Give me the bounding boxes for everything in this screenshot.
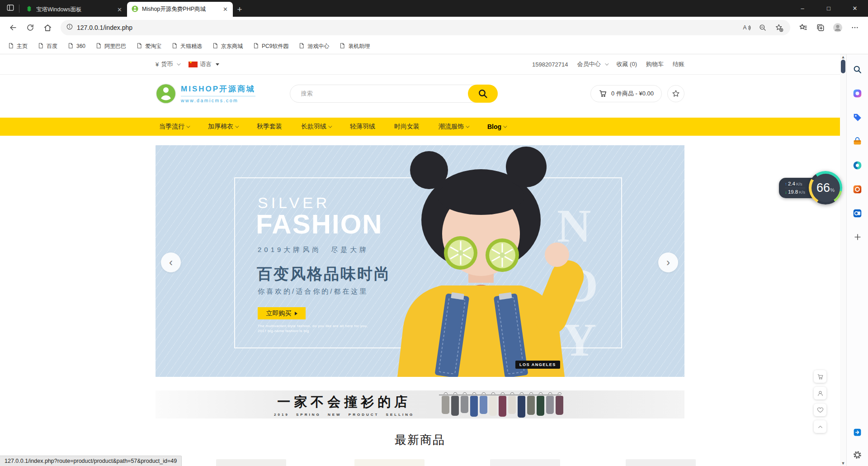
shop-logo[interactable]: MISHOP开源商城 www.damicms.com: [156, 83, 255, 104]
add-favorite-icon[interactable]: [771, 20, 787, 35]
sidebar-open-panel-button[interactable]: [852, 426, 863, 438]
sidebar-shopping-button[interactable]: [852, 111, 863, 123]
cart-link[interactable]: 购物车: [646, 60, 664, 68]
nav-item-label: 轻薄羽绒: [350, 123, 375, 131]
nav-item[interactable]: 当季流行: [159, 123, 189, 131]
search-input[interactable]: [290, 85, 498, 103]
site-info-icon[interactable]: [66, 23, 73, 32]
strip-subtitle: 2019 SPRING NEW PRODUCT SELLING: [274, 413, 414, 417]
search-button[interactable]: [468, 85, 498, 103]
bookmark-item[interactable]: 爱淘宝: [132, 41, 165, 52]
product-card[interactable]: [216, 459, 286, 466]
close-button[interactable]: ✕: [842, 0, 868, 17]
new-tab-button[interactable]: +: [233, 2, 246, 17]
back-to-top-button[interactable]: [814, 420, 826, 433]
wishlist-link[interactable]: 收藏 (0): [617, 60, 637, 68]
quick-wishlist-button[interactable]: [814, 404, 826, 416]
quick-cart-button[interactable]: [814, 370, 826, 383]
bookmark-item[interactable]: 主页: [4, 41, 32, 52]
bookmark-item[interactable]: 360: [63, 41, 90, 52]
web-page: ¥ 货币 语言 15982072714 会员中心: [0, 54, 840, 466]
tab-close-icon[interactable]: ✕: [116, 6, 123, 13]
cart-icon: [599, 89, 607, 98]
copilot-icon: [853, 89, 862, 98]
carousel-prev-button[interactable]: ‹: [161, 252, 181, 272]
product-card[interactable]: [626, 459, 696, 466]
address-bar[interactable]: 127.0.0.1/index.php A: [61, 20, 790, 35]
scrollbar-thumb[interactable]: [841, 60, 845, 73]
logo-domain: www.damicms.com: [181, 98, 255, 103]
collections-icon[interactable]: [813, 20, 828, 35]
settings-gear-icon: [853, 450, 862, 460]
chevron-down-icon: [605, 62, 609, 65]
url-text[interactable]: 127.0.0.1/index.php: [77, 24, 739, 31]
checkout-link[interactable]: 结账: [673, 60, 684, 68]
nav-item[interactable]: 长款羽绒: [301, 123, 331, 131]
bookmark-item[interactable]: 天猫精选: [167, 41, 206, 52]
sidebar-add-button[interactable]: [852, 231, 863, 243]
progress-ring[interactable]: 66 %: [809, 171, 842, 204]
download-speed-widget[interactable]: ↑ 2.4 K/s ↓ 19.8 K/s 66 %: [779, 171, 842, 204]
sidebar-start-button[interactable]: [852, 159, 863, 171]
quick-account-button[interactable]: [814, 387, 826, 399]
tab-mishop[interactable]: Mishop开源免费PHP商城 ✕: [127, 2, 233, 17]
bookmark-item[interactable]: 游戏中心: [294, 41, 333, 52]
open-in-sidebar-icon: [853, 428, 862, 437]
upload-speed: 2.4: [788, 180, 795, 187]
nav-item[interactable]: Blog: [487, 123, 506, 130]
shop-header: MISHOP开源商城 www.damicms.com 0 件商品: [0, 75, 840, 112]
currency-dropdown[interactable]: ¥ 货币: [156, 60, 179, 68]
nav-item[interactable]: 秋季套装: [257, 123, 282, 131]
sidebar-office-button[interactable]: [852, 183, 863, 195]
bookmark-label: 游戏中心: [307, 43, 329, 50]
product-card[interactable]: [354, 459, 425, 466]
bookmark-item[interactable]: 百度: [33, 41, 61, 52]
tab-separator: [19, 5, 19, 13]
carousel-next-button[interactable]: ›: [658, 252, 678, 272]
profile-avatar[interactable]: [830, 20, 845, 35]
nav-item[interactable]: 轻薄羽绒: [350, 123, 375, 131]
product-card[interactable]: [490, 459, 560, 466]
page-icon: [212, 43, 218, 50]
nav-item-label: 当季流行: [159, 123, 184, 131]
bookmark-item[interactable]: 阿里巴巴: [91, 41, 130, 52]
minimize-button[interactable]: –: [789, 0, 816, 17]
banner-subtitle: 2019大牌风尚 尽是大牌: [258, 246, 369, 254]
sidebar-outlook-button[interactable]: [852, 207, 863, 219]
refresh-button[interactable]: [23, 20, 38, 35]
promo-strip-banner[interactable]: 一家不会撞衫的店 2019 SPRING NEW PRODUCT SELLING: [156, 390, 684, 418]
back-button[interactable]: [5, 20, 21, 35]
nav-item[interactable]: 加厚棉衣: [208, 123, 238, 131]
scroll-down-arrow[interactable]: ▼: [840, 461, 846, 466]
sidebar-settings-button[interactable]: [852, 449, 863, 461]
nav-item[interactable]: 时尚女装: [394, 123, 420, 131]
hero-banner[interactable]: FNOY: [156, 145, 684, 377]
language-dropdown[interactable]: 语言: [189, 60, 219, 68]
search-icon: [853, 65, 862, 74]
tab-baota[interactable]: 宝塔Windows面板 ✕: [21, 2, 127, 17]
nav-item[interactable]: 潮流服饰: [439, 123, 468, 131]
bookmark-item[interactable]: 京东商城: [208, 41, 247, 52]
zoom-out-icon[interactable]: [755, 20, 770, 35]
favorites-icon[interactable]: [796, 20, 811, 35]
banner-headline: 百变风格品味时尚: [257, 264, 391, 285]
member-center-link[interactable]: 会员中心: [577, 60, 608, 68]
cart-summary-button[interactable]: 0 件商品 - ¥0.00: [590, 85, 662, 102]
bookmark-item[interactable]: PC9软件园: [249, 41, 292, 52]
wishlist-button[interactable]: [667, 85, 684, 102]
bookmark-item[interactable]: 装机助理: [335, 41, 374, 52]
buy-now-button[interactable]: 立即购买: [258, 307, 306, 319]
page-icon: [8, 43, 14, 50]
tab-close-icon[interactable]: ✕: [222, 6, 229, 13]
read-aloud-icon[interactable]: A: [739, 20, 754, 35]
maximize-button[interactable]: □: [816, 0, 842, 17]
page-scrollbar[interactable]: ▲ ▼: [840, 54, 846, 466]
heart-icon: [817, 407, 824, 414]
scroll-up-arrow[interactable]: ▲: [840, 55, 846, 59]
sidebar-search-button[interactable]: [852, 63, 863, 75]
more-menu-icon[interactable]: [847, 20, 863, 35]
tab-actions-button[interactable]: [0, 0, 19, 17]
home-button[interactable]: [40, 20, 55, 35]
sidebar-copilot-button[interactable]: [852, 87, 863, 99]
sidebar-tools-button[interactable]: [852, 135, 863, 147]
